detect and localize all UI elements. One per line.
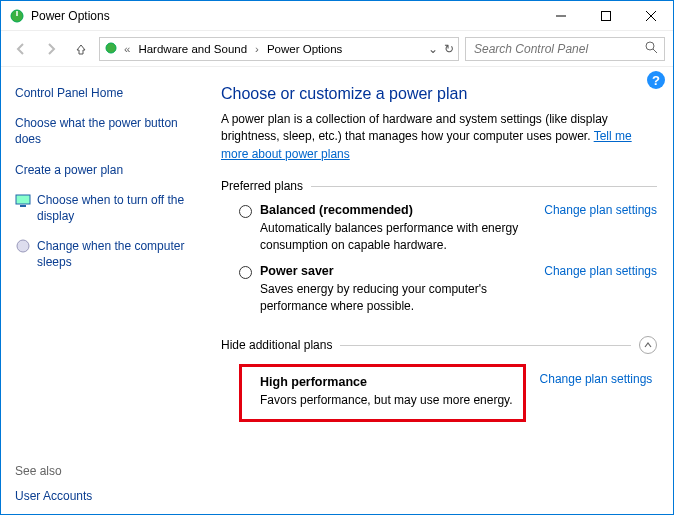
- svg-rect-2: [601, 11, 610, 20]
- hp-change-link[interactable]: Change plan settings: [540, 372, 653, 386]
- hp-title: High performance: [260, 375, 513, 389]
- chevron-right-icon: «: [122, 43, 132, 55]
- search-icon[interactable]: [645, 41, 658, 57]
- desc-text: A power plan is a collection of hardware…: [221, 112, 608, 143]
- divider: [311, 186, 657, 187]
- main-panel: ? Choose or customize a power plan A pow…: [211, 67, 673, 514]
- svg-point-5: [106, 43, 116, 53]
- sidebar-display-off-link[interactable]: Choose when to turn off the display: [37, 192, 199, 224]
- breadcrumb-power[interactable]: Power Options: [265, 43, 344, 55]
- navbar: « Hardware and Sound › Power Options ⌄ ↻: [1, 31, 673, 67]
- plan-balanced[interactable]: Balanced (recommended) Automatically bal…: [239, 203, 657, 254]
- user-accounts-link[interactable]: User Accounts: [15, 488, 199, 504]
- balanced-title: Balanced (recommended): [260, 203, 530, 217]
- address-bar[interactable]: « Hardware and Sound › Power Options ⌄ ↻: [99, 37, 459, 61]
- plan-power-saver[interactable]: Power saver Saves energy by reducing you…: [239, 264, 657, 315]
- moon-icon: [15, 238, 31, 257]
- maximize-button[interactable]: [583, 1, 628, 31]
- svg-line-7: [653, 49, 657, 53]
- balanced-desc: Automatically balances performance with …: [260, 220, 530, 254]
- balanced-radio[interactable]: [239, 205, 252, 218]
- saver-radio[interactable]: [239, 266, 252, 279]
- search-box[interactable]: [465, 37, 665, 61]
- high-performance-highlight: High performance Favors performance, but…: [239, 364, 526, 422]
- sidebar-create-plan-link[interactable]: Create a power plan: [15, 162, 199, 178]
- window-title: Power Options: [31, 9, 538, 23]
- titlebar: Power Options: [1, 1, 673, 31]
- address-icon: [104, 41, 118, 57]
- see-also-label: See also: [15, 464, 199, 478]
- collapse-icon[interactable]: [639, 336, 657, 354]
- app-icon: [9, 8, 25, 24]
- balanced-change-link[interactable]: Change plan settings: [544, 203, 657, 217]
- svg-rect-8: [16, 195, 30, 204]
- hp-desc: Favors performance, but may use more ene…: [260, 392, 513, 409]
- up-button[interactable]: [69, 37, 93, 61]
- refresh-icon[interactable]: ↻: [444, 42, 454, 56]
- minimize-button[interactable]: [538, 1, 583, 31]
- saver-desc: Saves energy by reducing your computer's…: [260, 281, 530, 315]
- svg-point-6: [646, 42, 654, 50]
- help-icon[interactable]: ?: [647, 71, 665, 89]
- saver-title: Power saver: [260, 264, 530, 278]
- plan-high-performance-row: High performance Favors performance, but…: [239, 364, 657, 422]
- search-input[interactable]: [472, 41, 658, 57]
- close-button[interactable]: [628, 1, 673, 31]
- svg-point-10: [17, 240, 29, 252]
- preferred-label: Preferred plans: [221, 179, 303, 193]
- address-dropdown-icon[interactable]: ⌄: [428, 42, 438, 56]
- sidebar-power-button-link[interactable]: Choose what the power button does: [15, 115, 199, 147]
- hide-label: Hide additional plans: [221, 338, 332, 352]
- divider: [340, 345, 631, 346]
- hide-additional-header[interactable]: Hide additional plans: [221, 336, 657, 354]
- page-description: A power plan is a collection of hardware…: [221, 111, 657, 163]
- back-button[interactable]: [9, 37, 33, 61]
- forward-button[interactable]: [39, 37, 63, 61]
- preferred-plans-header: Preferred plans: [221, 179, 657, 193]
- saver-change-link[interactable]: Change plan settings: [544, 264, 657, 278]
- chevron-right-icon: ›: [253, 43, 261, 55]
- svg-rect-9: [20, 205, 26, 207]
- sidebar: Control Panel Home Choose what the power…: [1, 67, 211, 514]
- control-panel-home-link[interactable]: Control Panel Home: [15, 85, 199, 101]
- sidebar-sleep-link[interactable]: Change when the computer sleeps: [37, 238, 199, 270]
- breadcrumb-hardware[interactable]: Hardware and Sound: [136, 43, 249, 55]
- page-title: Choose or customize a power plan: [221, 85, 657, 103]
- monitor-icon: [15, 192, 31, 211]
